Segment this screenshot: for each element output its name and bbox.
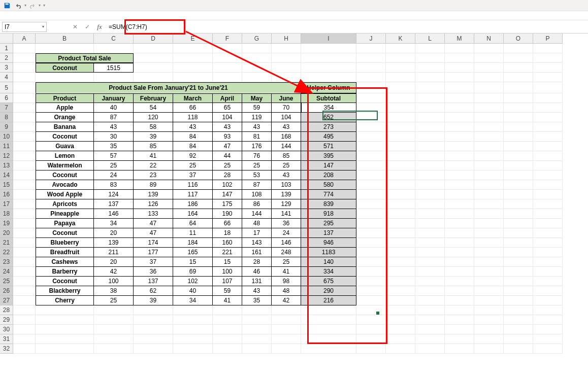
cell[interactable] — [301, 73, 356, 82]
cell[interactable] — [415, 277, 445, 286]
redo-button[interactable] — [27, 1, 38, 10]
cell[interactable] — [13, 73, 36, 82]
cell[interactable] — [386, 161, 415, 170]
data-cell[interactable]: 147 — [213, 190, 242, 199]
cell[interactable] — [445, 93, 474, 103]
table-header[interactable]: March — [173, 93, 213, 103]
cell[interactable] — [474, 103, 504, 113]
data-cell[interactable]: 25 — [94, 161, 134, 170]
cell[interactable] — [504, 199, 533, 209]
data-cell[interactable]: 36 — [134, 267, 173, 277]
cell[interactable] — [356, 305, 386, 315]
cell[interactable] — [242, 63, 272, 73]
column-header-E[interactable]: E — [173, 33, 213, 44]
data-cell[interactable]: 48 — [272, 286, 301, 296]
cell[interactable] — [36, 305, 94, 315]
cell[interactable] — [13, 82, 36, 93]
data-cell[interactable]: 144 — [242, 209, 272, 219]
data-cell[interactable]: 43 — [213, 122, 242, 132]
cell[interactable] — [474, 238, 504, 248]
cell[interactable] — [272, 63, 301, 73]
cell[interactable] — [445, 161, 474, 170]
product-cell[interactable]: Cherry — [36, 296, 94, 305]
cell[interactable] — [533, 82, 563, 93]
data-cell[interactable]: 120 — [134, 113, 173, 122]
cell[interactable] — [173, 325, 213, 334]
cell[interactable] — [415, 219, 445, 228]
cell[interactable] — [504, 122, 533, 132]
row-header-4[interactable]: 4 — [0, 73, 13, 82]
cell[interactable] — [173, 344, 213, 354]
select-all-corner[interactable] — [0, 33, 13, 44]
cell[interactable] — [213, 53, 242, 63]
cell[interactable] — [445, 73, 474, 82]
product-cell[interactable]: Watermelon — [36, 161, 94, 170]
row-header-21[interactable]: 21 — [0, 238, 13, 248]
cell[interactable] — [415, 315, 445, 325]
cell[interactable] — [213, 334, 242, 344]
product-cell[interactable]: Breadfruit — [36, 248, 94, 257]
cell[interactable] — [504, 219, 533, 228]
cell[interactable] — [13, 103, 36, 113]
cell[interactable] — [533, 142, 563, 151]
cell[interactable] — [356, 296, 386, 305]
data-cell[interactable]: 131 — [242, 277, 272, 286]
cell[interactable] — [533, 305, 563, 315]
data-cell[interactable]: 102 — [173, 277, 213, 286]
row-header-13[interactable]: 13 — [0, 161, 13, 170]
cell[interactable] — [386, 170, 415, 180]
qat-caret-1[interactable]: ▾ — [24, 2, 26, 9]
subtotal-cell[interactable]: 354 — [301, 103, 356, 113]
data-cell[interactable]: 168 — [272, 132, 301, 142]
cell[interactable] — [356, 199, 386, 209]
cell[interactable] — [533, 180, 563, 190]
cell[interactable] — [415, 199, 445, 209]
data-cell[interactable]: 174 — [134, 238, 173, 248]
row-header-22[interactable]: 22 — [0, 248, 13, 257]
cell[interactable] — [13, 248, 36, 257]
product-cell[interactable]: Apple — [36, 103, 94, 113]
cell[interactable] — [415, 93, 445, 103]
cell[interactable] — [415, 82, 445, 93]
total-value[interactable]: 1515 — [94, 63, 134, 73]
data-cell[interactable]: 144 — [272, 142, 301, 151]
cell[interactable] — [173, 315, 213, 325]
product-cell[interactable]: Coconut — [36, 132, 94, 142]
cell[interactable] — [13, 53, 36, 63]
row-header-6[interactable]: 6 — [0, 93, 13, 103]
cell[interactable] — [533, 248, 563, 257]
cell[interactable] — [533, 296, 563, 305]
data-cell[interactable]: 116 — [173, 180, 213, 190]
cell[interactable] — [134, 334, 173, 344]
data-cell[interactable]: 24 — [272, 228, 301, 238]
data-cell[interactable]: 184 — [173, 238, 213, 248]
cell[interactable] — [13, 44, 36, 53]
cell[interactable] — [242, 334, 272, 344]
data-cell[interactable]: 100 — [94, 277, 134, 286]
cell[interactable] — [504, 190, 533, 199]
cell[interactable] — [272, 315, 301, 325]
data-cell[interactable]: 146 — [94, 209, 134, 219]
cell[interactable] — [356, 113, 386, 122]
row-header-31[interactable]: 31 — [0, 334, 13, 344]
cell[interactable] — [474, 277, 504, 286]
data-cell[interactable]: 126 — [134, 199, 173, 209]
cell[interactable] — [386, 132, 415, 142]
row-header-24[interactable]: 24 — [0, 267, 13, 277]
cell[interactable] — [504, 63, 533, 73]
data-cell[interactable]: 64 — [173, 219, 213, 228]
cell[interactable] — [445, 248, 474, 257]
data-cell[interactable]: 20 — [94, 228, 134, 238]
data-cell[interactable]: 186 — [173, 199, 213, 209]
data-cell[interactable]: 41 — [134, 151, 173, 161]
cell[interactable] — [415, 113, 445, 122]
cell[interactable] — [13, 267, 36, 277]
subtotal-cell[interactable]: 571 — [301, 142, 356, 151]
cell[interactable] — [13, 257, 36, 267]
subtotal-cell[interactable]: 395 — [301, 151, 356, 161]
product-cell[interactable]: Barberry — [36, 267, 94, 277]
data-cell[interactable]: 47 — [134, 228, 173, 238]
cell[interactable] — [415, 170, 445, 180]
cell[interactable] — [94, 305, 134, 315]
data-cell[interactable]: 42 — [272, 296, 301, 305]
